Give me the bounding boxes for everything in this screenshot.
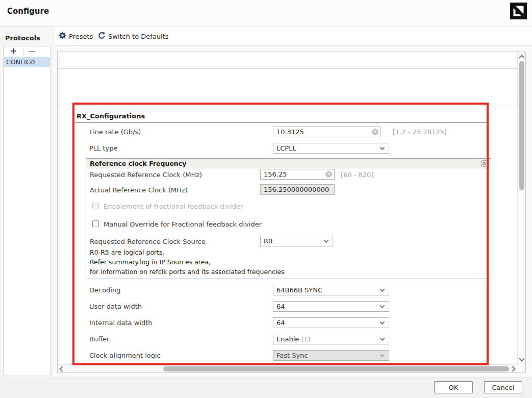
ref-clock-source-label: Requested Reference Clock Source — [90, 238, 206, 245]
note-line: Refer summary.log in IP Sources area, — [90, 257, 285, 267]
content-area: RX_Configurations Line rate (Gb/s) ✕ [1.… — [54, 46, 532, 378]
frac-divider-checkbox — [92, 203, 99, 209]
scroll-left-icon[interactable] — [59, 366, 65, 371]
gear-icon — [59, 32, 66, 41]
chevron-down-icon — [324, 238, 329, 243]
rx-configurations-title: RX_Configurations — [77, 112, 145, 120]
clock-alignment-select: Fast Sync — [273, 350, 389, 361]
clear-icon[interactable]: ✕ — [372, 129, 378, 135]
pll-type-label: PLL type — [89, 144, 118, 152]
internal-data-width-value: 64 — [276, 319, 285, 327]
chevron-down-icon — [380, 336, 385, 341]
toolbar: Presets Switch to Defaults — [54, 27, 532, 46]
collapse-section-icon[interactable] — [480, 160, 488, 167]
user-data-width-select[interactable]: 64 — [273, 301, 389, 312]
reference-clock-title: Reference clock Frequency — [90, 160, 186, 167]
vertical-scrollbar-thumb[interactable] — [519, 61, 524, 190]
amd-logo-icon — [510, 3, 527, 19]
requested-ref-clock-input[interactable] — [264, 170, 325, 178]
chevron-down-icon — [380, 145, 385, 150]
switch-to-defaults-button[interactable]: Switch to Defaults — [98, 27, 169, 46]
config-scroll-panel: RX_Configurations Line rate (Gb/s) ✕ [1.… — [57, 52, 526, 373]
manual-override-label: Manual Override for Fractional feedback … — [104, 220, 262, 228]
vertical-scrollbar[interactable] — [517, 52, 525, 364]
requested-ref-clock-label: Requested Reference Clock (MHz) — [90, 171, 202, 179]
add-protocol-button[interactable]: + — [10, 46, 17, 57]
scroll-down-icon[interactable] — [519, 356, 524, 361]
protocols-title: Protocols — [5, 34, 40, 42]
decoding-select[interactable]: 64B66B SYNC — [273, 285, 389, 295]
decoding-label: Decoding — [89, 286, 120, 294]
internal-data-width-select[interactable]: 64 — [273, 317, 389, 328]
line-rate-range: [1.2 - 25.78125] — [393, 128, 447, 136]
presets-label: Presets — [69, 33, 93, 40]
chevron-down-icon — [380, 352, 385, 357]
buffer-value: Enable(1) — [276, 335, 311, 343]
section-separator — [58, 106, 517, 106]
actual-ref-clock-label: Actual Reference Clock (MHz) — [90, 186, 188, 194]
presets-button[interactable]: Presets — [59, 27, 93, 46]
frac-divider-label: Enablement of fractional feedback divide… — [104, 203, 243, 210]
user-data-width-value: 64 — [276, 303, 285, 310]
chevron-down-icon — [380, 303, 385, 308]
horizontal-scrollbar[interactable] — [58, 364, 518, 372]
internal-data-width-label: Internal data width — [89, 319, 152, 327]
line-rate-label: Line rate (Gb/s) — [89, 128, 141, 136]
reference-clock-panel: Reference clock Frequency Requested Refe… — [86, 158, 491, 279]
chevron-down-icon — [380, 287, 385, 292]
titlebar: Configure — [0, 0, 532, 27]
configure-dialog: Configure Protocols + − CONFIG0 — [0, 0, 532, 398]
protocols-sidebar: Protocols + − CONFIG0 — [0, 27, 54, 378]
requested-ref-clock-input-wrap: ✕ — [260, 169, 335, 180]
manual-override-checkbox[interactable] — [92, 220, 99, 227]
buffer-suffix: (1) — [301, 335, 310, 343]
ref-clock-source-value: R0 — [264, 237, 272, 245]
clear-icon[interactable]: ✕ — [325, 171, 332, 178]
scroll-up-icon[interactable] — [519, 55, 524, 60]
buffer-select[interactable]: Enable(1) — [273, 334, 389, 344]
note-line: for information on refclk ports and its … — [90, 267, 285, 277]
reference-clock-header: Reference clock Frequency — [86, 159, 491, 168]
pll-type-select[interactable]: LCPLL — [273, 143, 389, 154]
toolbar-divider — [23, 48, 23, 55]
dialog-title: Configure — [7, 7, 49, 16]
cancel-button[interactable]: Cancel — [484, 381, 522, 393]
scroll-right-icon[interactable] — [510, 366, 515, 371]
switch-to-defaults-label: Switch to Defaults — [108, 33, 169, 40]
user-data-width-label: User data width — [89, 303, 142, 310]
horizontal-scrollbar-thumb[interactable] — [163, 366, 509, 371]
ref-clock-source-select[interactable]: R0 — [260, 236, 333, 246]
refresh-icon — [98, 32, 106, 41]
ok-button[interactable]: OK — [434, 381, 473, 393]
line-rate-input[interactable] — [276, 128, 372, 136]
line-rate-input-wrap: ✕ — [273, 127, 381, 137]
remove-protocol-button[interactable]: − — [28, 46, 35, 57]
protocols-toolbar: + − — [4, 46, 50, 57]
note-line: R0-R5 are logical ports. — [90, 247, 285, 257]
clock-alignment-label: Clock alignment logic — [89, 352, 161, 359]
sidebar-item-config0[interactable]: CONFIG0 — [4, 57, 50, 67]
actual-ref-clock-field: 156.250000000000 — [260, 184, 335, 195]
protocols-panel: + − CONFIG0 — [3, 46, 50, 376]
requested-ref-clock-range: [60 - 820] — [341, 171, 373, 179]
chevron-down-icon — [380, 319, 385, 325]
pll-type-value: LCPLL — [276, 144, 296, 152]
rx-configurations-underline — [75, 122, 489, 123]
clock-alignment-value: Fast Sync — [276, 352, 308, 359]
section-separator — [58, 68, 517, 69]
buffer-label: Buffer — [89, 335, 109, 343]
decoding-value: 64B66B SYNC — [276, 286, 322, 294]
ref-clock-note: R0-R5 are logical ports. Refer summary.l… — [90, 247, 285, 277]
footer-bar: OK Cancel — [0, 378, 532, 398]
